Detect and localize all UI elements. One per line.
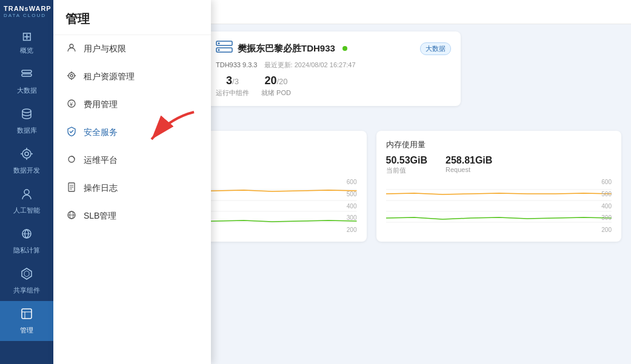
mem-current-label: 当前值 [386,166,427,175]
dropdown-menu: 管理 用户与权限 租户资源管理 ¥ [53,0,211,364]
overview-icon: ⊞ [22,29,32,44]
mem-chart-title: 内存使用量 [386,139,612,150]
sidebar-item-privacy[interactable]: 隐私计算 [0,221,53,261]
privacy-icon [20,227,33,243]
sidebar-item-label: 概览 [20,46,33,55]
svg-point-3 [22,150,31,158]
svg-point-19 [70,74,73,77]
tenant-icon [65,71,78,83]
badge-2: 大数据 [420,42,451,55]
logo-area: TRANsWARP DATA CLOUD [0,0,53,23]
sidebar-item-datadev[interactable]: 数据开发 [0,141,53,181]
card-update-2: 最近更新: 2024/08/02 16:27:47 [264,61,356,68]
metric-pod-2: 20/20 就绪 POD [261,74,291,98]
svg-point-2 [22,109,31,113]
menu-item-oplog[interactable]: 操作日志 [53,174,211,202]
card-header-2: 樊振东巴黎必胜TDH933 大数据 [216,40,451,57]
mem-stat-request: 258.81GiB Request [446,155,492,175]
billing-icon: ¥ [65,99,78,111]
mem-chart-stats: 50.53GiB 当前值 258.81GiB Request [386,155,612,175]
svg-marker-13 [24,271,29,277]
sidebar-item-overview[interactable]: ⊞ 概览 [0,23,53,61]
card-name-2: 樊振东巴黎必胜TDH933 [238,43,335,55]
user-icon [65,43,78,55]
svg-point-41 [218,42,220,44]
cluster-icon-2 [216,40,233,57]
card-title-row-2: 樊振东巴黎必胜TDH933 [216,40,347,57]
mem-y-labels: 600 500 400 300 200 [601,179,612,233]
svg-marker-12 [22,268,32,279]
menu-item-label: SLB管理 [84,211,116,222]
svg-point-9 [24,190,29,194]
metric-label-pod2: 就绪 POD [261,88,291,98]
sidebar-item-label: 共享组件 [13,286,40,295]
svg-point-4 [25,152,28,156]
brand-sub: DATA CLOUD [4,13,50,18]
menu-item-label: 安全服务 [84,127,118,138]
menu-item-label: 费用管理 [84,99,118,110]
slb-icon [65,210,78,222]
mem-current-value: 50.53GiB [386,155,427,166]
svg-rect-0 [22,70,32,73]
menu-item-security[interactable]: 安全服务 [53,119,211,147]
shared-icon [20,267,33,283]
svg-point-17 [70,44,73,48]
menu-item-label: 操作日志 [84,183,118,194]
menu-item-tenant[interactable]: 租户资源管理 [53,63,211,91]
sidebar-item-label: 管理 [20,326,33,335]
sidebar: TRANsWARP DATA CLOUD ⊞ 概览 大数据 数据库 [0,0,53,364]
sidebar-item-label: 数据开发 [13,166,40,175]
sidebar-item-admin[interactable]: 管理 [0,301,53,341]
mem-chart-area: 600 500 400 300 200 [386,179,612,233]
menu-item-label: 租户资源管理 [84,71,135,82]
menu-item-ops[interactable]: 运维平台 [53,147,211,174]
metric-value-pod2: 20/20 [264,74,287,87]
datadev-icon [20,147,33,164]
menu-item-label: 用户与权限 [84,44,126,55]
oplog-icon [65,182,78,194]
svg-rect-1 [22,74,32,76]
card-metrics-2: 3/3 运行中组件 20/20 就绪 POD [216,74,451,98]
sidebar-item-bigdata[interactable]: 大数据 [0,61,53,101]
svg-point-18 [68,73,75,79]
cluster-card-2: 樊振东巴黎必胜TDH933 大数据 TDH933 9.3.3 最近更新: 202… [206,31,461,106]
sidebar-item-label: 人工智能 [13,206,40,215]
mem-chart-panel: 内存使用量 50.53GiB 当前值 258.81GiB Request [376,131,622,242]
menu-item-label: 运维平台 [84,155,118,166]
metric-label-comp: 运行中组件 [216,88,249,98]
sidebar-item-database[interactable]: 数据库 [0,101,53,141]
sidebar-item-ai[interactable]: 人工智能 [0,181,53,221]
bigdata-icon [20,67,33,84]
status-dot-2 [342,46,347,51]
menu-item-billing[interactable]: ¥ 费用管理 [53,91,211,119]
metric-value-comp: 3/3 [226,74,239,87]
sidebar-item-label: 隐私计算 [13,246,40,255]
ops-icon [65,154,78,167]
mem-stat-current: 50.53GiB 当前值 [386,155,427,175]
admin-icon [20,307,33,323]
sidebar-item-label: 大数据 [17,86,37,95]
sidebar-item-shared[interactable]: 共享组件 [0,261,53,301]
svg-rect-14 [22,309,32,319]
mem-request-label: Request [446,166,492,173]
database-icon [20,107,33,124]
cpu-y-labels: 600 500 400 300 200 [347,179,357,233]
card-version-2: TDH933 9.3.3 [216,61,257,68]
security-icon [65,127,78,139]
sidebar-item-label: 数据库 [17,126,37,135]
ai-icon [20,187,33,204]
card-sub-2: TDH933 9.3.3 最近更新: 2024/08/02 16:27:47 [216,61,451,70]
dropdown-title: 管理 [53,0,211,35]
svg-point-42 [218,49,220,51]
menu-item-user-perm[interactable]: 用户与权限 [53,35,211,63]
svg-text:¥: ¥ [69,101,73,107]
mem-request-value: 258.81GiB [446,155,492,166]
metric-component-2: 3/3 运行中组件 [216,74,249,98]
menu-item-slb[interactable]: SLB管理 [53,202,211,230]
brand-name: TRANsWARP [4,5,50,13]
